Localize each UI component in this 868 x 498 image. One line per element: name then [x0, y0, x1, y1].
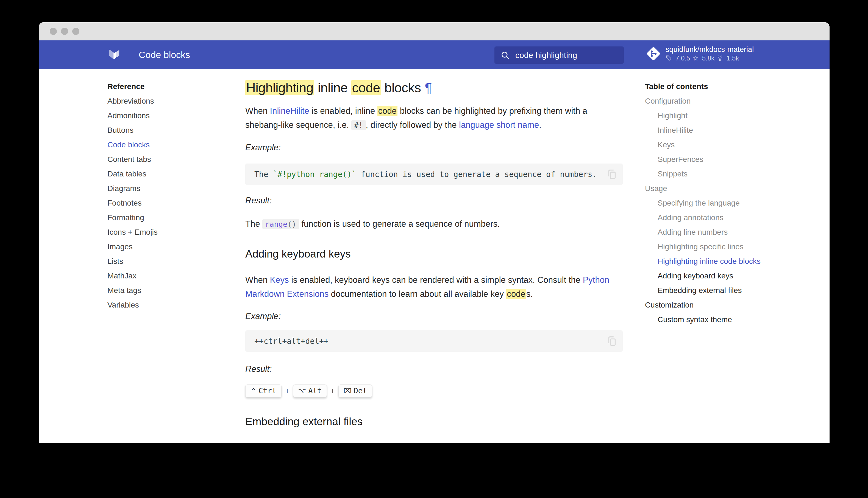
git-repo-icon [646, 46, 661, 61]
sidebar-item-diagrams[interactable]: Diagrams [107, 181, 158, 196]
toc-item-highlighting-inline-code-blocks[interactable]: Highlighting inline code blocks [645, 254, 761, 268]
sidebar-item-lists[interactable]: Lists [107, 254, 158, 268]
tag-icon [666, 55, 672, 62]
kbd-result-row: ^Ctrl + ⌥Alt + ⌧Del [245, 384, 372, 397]
sidebar-item-code-blocks[interactable]: Code blocks [107, 137, 158, 152]
search-highlight: Highlighting [245, 80, 314, 95]
sidebar-item-formatting[interactable]: Formatting [107, 210, 158, 225]
repo-version: 7.0.5 [676, 54, 690, 62]
result-label: Result: [245, 196, 272, 206]
repo-forks: 1.5k [727, 54, 739, 62]
search-highlight: code [351, 80, 381, 95]
link-keys[interactable]: Keys [270, 275, 289, 285]
kbd-del: ⌧Del [338, 384, 372, 397]
search-input[interactable] [515, 50, 620, 60]
copy-to-clipboard-icon[interactable] [606, 168, 618, 181]
example-label: Example: [245, 311, 281, 321]
window-zoom-button[interactable] [72, 28, 79, 35]
toc-item-highlighting-specific-lines[interactable]: Highlighting specific lines [645, 239, 761, 254]
sidebar-item-data-tables[interactable]: Data tables [107, 167, 158, 181]
toc-item-snippets[interactable]: Snippets [645, 167, 761, 181]
sidebar-section-reference: Reference [107, 79, 158, 94]
fork-icon [717, 55, 723, 62]
section-heading-keyboard-keys: Adding keyboard keys [245, 248, 351, 260]
toc-item-specifying-the-language[interactable]: Specifying the language [645, 196, 761, 210]
toc-title: Table of contents [645, 79, 761, 94]
sidebar-item-images[interactable]: Images [107, 239, 158, 254]
toc-item-embedding-external-files[interactable]: Embedding external files [645, 283, 761, 298]
code-text: ++ctrl+alt+del++ [254, 337, 328, 346]
heading-permalink[interactable]: ¶ [425, 80, 432, 95]
sidebar-item-mathjax[interactable]: MathJax [107, 268, 158, 283]
page-title: Code blocks [139, 40, 190, 69]
search-bar[interactable] [494, 47, 624, 64]
example-label: Example: [245, 143, 281, 153]
paragraph-keys: When Keys is enabled, keyboard keys can … [245, 273, 624, 301]
del-key-icon: ⌧ [344, 387, 352, 395]
kbd-ctrl: ^Ctrl [245, 384, 282, 397]
toc-item-adding-annotations[interactable]: Adding annotations [645, 210, 761, 225]
repo-name: squidfunk/mkdocs-material [666, 45, 754, 54]
alt-key-icon: ⌥ [298, 387, 306, 395]
sidebar-item-footnotes[interactable]: Footnotes [107, 196, 158, 210]
table-of-contents: Table of contents Configuration Highligh… [645, 79, 761, 327]
sidebar-item-icons-emojis[interactable]: Icons + Emojis [107, 225, 158, 239]
search-highlight: code [377, 106, 397, 116]
repo-stars: 5.8k [702, 54, 715, 62]
sidebar-item-admonitions[interactable]: Admonitions [107, 108, 158, 123]
window-close-button[interactable] [50, 28, 57, 35]
search-highlight: code [506, 289, 526, 299]
toc-item-custom-syntax-theme[interactable]: Custom syntax theme [645, 312, 761, 327]
star-icon: ☆ [692, 54, 699, 62]
sidebar-item-meta-tags[interactable]: Meta tags [107, 283, 158, 298]
toc-item-keys[interactable]: Keys [645, 137, 761, 152]
screenshot-stage: Code blocks squidfunk/mkdocs-materia [0, 0, 868, 498]
result-label: Result: [245, 364, 272, 374]
toc-item-adding-line-numbers[interactable]: Adding line numbers [645, 225, 761, 239]
kbd-alt: ⌥Alt [293, 384, 327, 397]
link-language-short-name[interactable]: language short name [459, 120, 539, 130]
toc-item-customization[interactable]: Customization [645, 298, 761, 312]
article-heading: Highlighting inline code blocks¶ [245, 80, 432, 95]
toc-item-highlight[interactable]: Highlight [645, 108, 761, 123]
toc-item-superfences[interactable]: SuperFences [645, 152, 761, 167]
paragraph-inlinehilite: When InlineHilite is enabled, inline cod… [245, 104, 624, 132]
section-heading-embedding: Embedding external files [245, 416, 363, 428]
sidebar-item-buttons[interactable]: Buttons [107, 123, 158, 137]
sidebar-item-content-tabs[interactable]: Content tabs [107, 152, 158, 167]
toc-item-usage[interactable]: Usage [645, 181, 761, 196]
sidebar-item-abbreviations[interactable]: Abbreviations [107, 94, 158, 108]
toc-item-configuration[interactable]: Configuration [645, 94, 761, 108]
code-block-inline-highlight: The `#!python range()` function is used … [245, 163, 623, 185]
window-titlebar [39, 22, 829, 40]
repo-link[interactable]: squidfunk/mkdocs-material 7.0.5 ☆5.8k 1.… [646, 45, 754, 62]
inline-code-range: range() [262, 219, 299, 229]
window-minimize-button[interactable] [61, 28, 68, 35]
copy-to-clipboard-icon[interactable] [606, 335, 618, 348]
paragraph-range-result: The range() function is used to generate… [245, 217, 624, 231]
search-icon [501, 51, 510, 60]
ctrl-key-icon: ^ [250, 387, 256, 395]
sidebar-nav: Reference Abbreviations Admonitions Butt… [107, 79, 158, 312]
link-inlinehilite[interactable]: InlineHilite [270, 106, 309, 116]
toc-item-adding-keyboard-keys[interactable]: Adding keyboard keys [645, 268, 761, 283]
repo-meta: 7.0.5 ☆5.8k 1.5k [666, 54, 754, 62]
toc-item-inlinehilite[interactable]: InlineHilite [645, 123, 761, 137]
mkdocs-material-logo-icon[interactable] [108, 48, 121, 61]
code-highlight-span: `#!python range()` [273, 170, 356, 179]
browser-window: Code blocks squidfunk/mkdocs-materia [39, 22, 829, 443]
app-header: Code blocks squidfunk/mkdocs-materia [39, 40, 829, 69]
sidebar-item-variables[interactable]: Variables [107, 298, 158, 312]
code-block-keys: ++ctrl+alt+del++ [245, 330, 623, 352]
inline-code-shebang: #! [351, 120, 366, 130]
